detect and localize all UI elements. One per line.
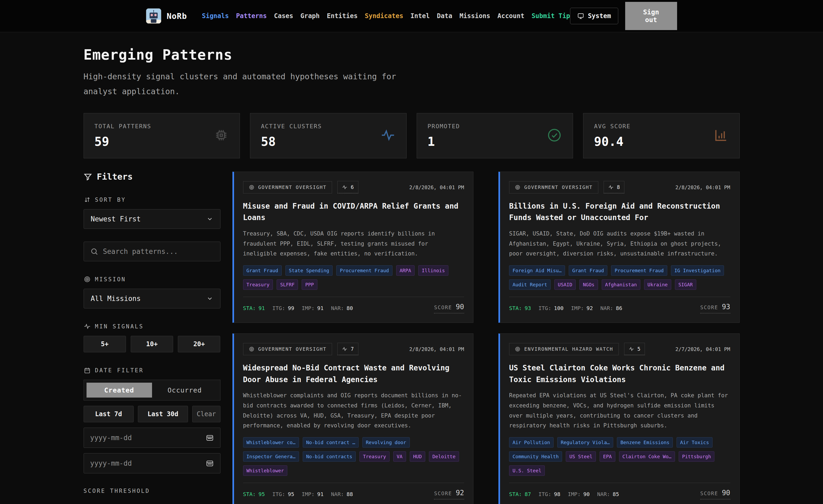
min-signals-10-button[interactable]: 10+ (131, 336, 173, 352)
tag[interactable]: Inspector Genera… (243, 451, 299, 462)
metric-sta: STA:93 (509, 305, 531, 311)
score-value: 92 (456, 489, 464, 497)
card-footer: STA:87ITG:98IMP:90NAR:85 SCORE 90 (509, 483, 730, 499)
tag[interactable]: Treasury (243, 279, 273, 290)
date-mode-occurred[interactable]: Occurred (152, 383, 217, 398)
stat-label: TOTAL PATTERNS (95, 123, 229, 130)
tag[interactable]: Whistleblower (243, 465, 288, 476)
chevron-down-icon (206, 295, 213, 302)
card-metrics: STA:95ITG:95IMP:91NAR:88 (243, 491, 353, 497)
tag[interactable]: EPA (600, 451, 615, 462)
date-quick-buttons: Last 7d Last 30d Clear (84, 406, 220, 422)
tag[interactable]: No-bid contracts (303, 451, 356, 462)
tag[interactable]: USAID (554, 279, 575, 290)
min-signals-20-button[interactable]: 20+ (178, 336, 220, 352)
card-title[interactable]: Misuse and Fraud in COVID/ARPA Relief Gr… (243, 200, 464, 224)
tag[interactable]: Community Health (509, 451, 562, 462)
nav-item-cases[interactable]: Cases (274, 12, 293, 20)
tag[interactable]: SIGAR (675, 279, 696, 290)
tag[interactable]: Foreign Aid Misu… (509, 265, 565, 276)
pattern-card[interactable]: GOVERNMENT OVERSIGHT 6 2/8/2026, 04:01 P… (232, 172, 474, 323)
card-title[interactable]: Widespread No-Bid Contract Waste and Rev… (243, 362, 464, 385)
date-mode-created[interactable]: Created (87, 383, 152, 398)
tag[interactable]: Air Pollution (509, 437, 553, 448)
tag[interactable]: ARPA (396, 265, 415, 276)
metric-nar: NAR:88 (331, 491, 353, 497)
clear-dates-button[interactable]: Clear (192, 406, 220, 422)
nav-item-account[interactable]: Account (497, 12, 524, 20)
tag[interactable]: Audit Report (509, 279, 551, 290)
search-input[interactable] (103, 247, 214, 255)
tag[interactable]: Procurement Fraud (611, 265, 667, 276)
tag[interactable]: IG Investigation (671, 265, 724, 276)
metric-label: IMP: (302, 491, 314, 497)
metric-label: ITG: (538, 491, 551, 497)
tag[interactable]: SLFRF (277, 279, 298, 290)
nav-item-patterns[interactable]: Patterns (236, 12, 267, 20)
pattern-card[interactable]: GOVERNMENT OVERSIGHT 8 2/8/2026, 04:01 P… (498, 172, 739, 323)
calendar-icon[interactable] (206, 434, 214, 442)
nav-item-graph[interactable]: Graph (300, 12, 320, 20)
tag[interactable]: Illinois (418, 265, 448, 276)
nav-item-submit-tip[interactable]: Submit Tip (531, 12, 570, 20)
metric-value: 91 (259, 305, 265, 311)
date-from-box (84, 428, 220, 448)
pattern-card[interactable]: ENVIRONMENTAL HAZARD WATCH 5 2/7/2026, 0… (498, 333, 739, 504)
tag[interactable]: Benzene Emissions (617, 437, 673, 448)
mission-select[interactable]: All Missions (84, 289, 220, 308)
calendar-icon[interactable] (206, 459, 214, 467)
pattern-card[interactable]: GOVERNMENT OVERSIGHT 7 2/8/2026, 04:01 P… (232, 333, 474, 504)
tag[interactable]: Pittsburgh (679, 451, 714, 462)
min-signals-5-button[interactable]: 5+ (84, 336, 126, 352)
nav-item-data[interactable]: Data (437, 12, 452, 20)
page-title: Emerging Patterns (84, 47, 739, 63)
nav-item-syndicates[interactable]: Syndicates (365, 12, 403, 20)
tag[interactable]: Procurement Fraud (336, 265, 392, 276)
sign-out-button[interactable]: Sign out (625, 2, 677, 30)
tag[interactable]: Grant Fraud (569, 265, 607, 276)
tag[interactable]: Air Toxics (677, 437, 712, 448)
metric-value: 91 (317, 491, 324, 497)
tag[interactable]: PPP (302, 279, 317, 290)
tag[interactable]: US Steel (566, 451, 596, 462)
last-7d-button[interactable]: Last 7d (84, 406, 134, 422)
tag[interactable]: State Spending (286, 265, 333, 276)
tag[interactable]: Regulatory Viola… (557, 437, 613, 448)
nav-item-entities[interactable]: Entities (327, 12, 358, 20)
nav-item-intel[interactable]: Intel (410, 12, 430, 20)
card-title[interactable]: US Steel Clairton Coke Works Chronic Ben… (509, 362, 730, 385)
last-30d-button[interactable]: Last 30d (138, 406, 188, 422)
tag[interactable]: Grant Fraud (243, 265, 282, 276)
tag[interactable]: VA (393, 451, 406, 462)
system-theme-button[interactable]: System (570, 8, 618, 24)
stat-promoted: PROMOTED 1 (417, 113, 573, 158)
metric-value: 91 (317, 305, 324, 311)
tag[interactable]: No-bid contract … (303, 437, 359, 448)
metric-label: NAR: (597, 491, 610, 497)
tag[interactable]: Afghanistan (602, 279, 640, 290)
tag[interactable]: NGOs (580, 279, 598, 290)
tag[interactable]: Treasury (359, 451, 389, 462)
metric-imp: IMP:90 (568, 491, 590, 497)
metric-value: 98 (554, 491, 560, 497)
metric-imp: IMP:92 (571, 305, 593, 311)
sort-select[interactable]: Newest First (84, 209, 220, 229)
sort-by-text: SORT BY (95, 197, 126, 203)
nav-item-missions[interactable]: Missions (460, 12, 490, 20)
nav-links: SignalsPatternsCasesGraphEntitiesSyndica… (202, 12, 570, 20)
date-from-input[interactable] (90, 434, 201, 442)
stats-row: TOTAL PATTERNS 59 ACTIVE CLUSTERS 58 PRO… (84, 113, 739, 158)
pulse-icon (342, 184, 347, 190)
date-to-input[interactable] (90, 459, 201, 467)
tag[interactable]: Clairton Coke Wo… (619, 451, 675, 462)
tag[interactable]: HUD (410, 451, 426, 462)
score-threshold-label: SCORE THRESHOLD (84, 488, 220, 494)
tag[interactable]: Whistleblower co… (243, 437, 299, 448)
card-title[interactable]: Billions in U.S. Foreign Aid and Reconst… (509, 200, 730, 224)
tag[interactable]: Ukraine (644, 279, 671, 290)
tag[interactable]: Deloitte (429, 451, 459, 462)
nav-item-signals[interactable]: Signals (202, 12, 229, 20)
metric-value: 95 (288, 491, 294, 497)
tag[interactable]: Revolving door (362, 437, 410, 448)
tag[interactable]: U.S. Steel (509, 465, 545, 476)
